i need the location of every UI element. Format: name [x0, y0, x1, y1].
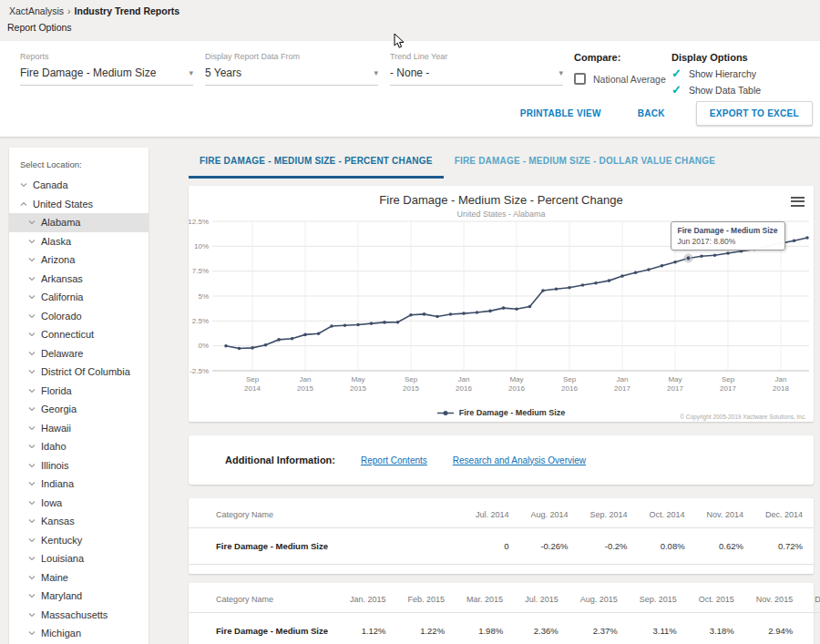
data-table-1: Category NameJul. 2014Aug. 2014Sep. 2014… — [189, 498, 814, 565]
location-louisiana[interactable]: Louisiana — [9, 549, 149, 568]
svg-text:2015: 2015 — [403, 384, 419, 393]
location-colorado[interactable]: Colorado — [9, 307, 149, 326]
show-hierarchy-option[interactable]: ✓ Show Hierarchy — [671, 68, 761, 79]
location-alabama[interactable]: Alabama — [9, 213, 149, 232]
tables-container: Category NameJul. 2014Aug. 2014Sep. 2014… — [189, 498, 814, 644]
location-label: United States — [33, 199, 93, 210]
svg-text:Sep: Sep — [405, 375, 418, 383]
value-cell: 2.36% — [514, 613, 569, 644]
trend-line-year-dropdown[interactable]: - None - ▾ — [390, 66, 563, 86]
data-from-dropdown-value: 5 Years — [205, 66, 241, 79]
export-to-excel-button[interactable]: EXPORT TO EXCEL — [696, 101, 813, 126]
svg-text:2014: 2014 — [244, 384, 261, 393]
location-idaho[interactable]: Idaho — [9, 437, 149, 456]
location-kentucky[interactable]: Kentucky — [9, 531, 149, 550]
chart-tooltip-value: Jun 2017: 8.80% — [678, 237, 778, 246]
info-link-research-and-analysis-overview[interactable]: Research and Analysis Overview — [453, 455, 586, 465]
location-delaware[interactable]: Delaware — [9, 344, 149, 363]
column-header: Sep. 2015 — [629, 583, 688, 613]
location-label: Connecticut — [41, 329, 94, 340]
chevron-down-icon[interactable] — [28, 555, 36, 562]
chevron-down-icon[interactable] — [28, 293, 36, 301]
national-average-option[interactable]: National Average — [574, 73, 666, 85]
svg-text:2018: 2018 — [773, 384, 789, 393]
column-header: Nov. 2015 — [745, 583, 804, 613]
column-header: Jul. 2014 — [464, 498, 519, 528]
chevron-down-icon[interactable] — [28, 219, 36, 226]
location-canada[interactable]: Canada — [9, 176, 149, 195]
chevron-down-icon[interactable] — [28, 517, 36, 525]
location-sidebar: Select Location: CanadaUnited StatesAlab… — [9, 148, 149, 644]
location-district-of-columbia[interactable]: District Of Columbia — [9, 363, 149, 382]
national-average-checkbox[interactable] — [574, 73, 586, 85]
location-arkansas[interactable]: Arkansas — [9, 270, 149, 289]
location-california[interactable]: California — [9, 288, 149, 307]
location-maryland[interactable]: Maryland — [9, 587, 149, 606]
location-label: Massachusetts — [41, 609, 108, 620]
chevron-down-icon[interactable] — [28, 238, 36, 245]
value-cell: 1.22% — [397, 613, 456, 644]
svg-text:Sep: Sep — [246, 375, 260, 383]
chevron-down-icon[interactable] — [20, 181, 27, 189]
chevron-down-icon[interactable] — [28, 480, 36, 487]
value-cell: 0.62% — [696, 528, 754, 565]
chevron-down-icon[interactable] — [28, 443, 36, 450]
chevron-down-icon[interactable] — [28, 574, 36, 581]
data-from-dropdown[interactable]: 5 Years ▾ — [205, 66, 378, 86]
reports-dropdown[interactable]: Fire Damage - Medium Size ▾ — [20, 66, 193, 86]
location-arizona[interactable]: Arizona — [9, 250, 149, 270]
chevron-down-icon[interactable] — [28, 387, 36, 394]
data-from-select-label: Display Report Data From — [205, 52, 378, 61]
chevron-down-icon[interactable] — [28, 611, 36, 618]
location-label: Kentucky — [41, 535, 82, 546]
printable-view-button[interactable]: PRINTABLE VIEW — [515, 107, 607, 119]
location-indiana[interactable]: Indiana — [9, 475, 149, 494]
chevron-down-icon[interactable] — [28, 629, 36, 637]
info-link-report-contents[interactable]: Report Contents — [361, 455, 427, 465]
chevron-down-icon[interactable] — [28, 424, 36, 432]
location-alaska[interactable]: Alaska — [9, 232, 149, 251]
chevron-down-icon[interactable] — [28, 592, 36, 599]
location-kansas[interactable]: Kansas — [9, 512, 149, 531]
location-iowa[interactable]: Iowa — [9, 494, 149, 513]
chevron-down-icon[interactable] — [28, 331, 36, 338]
value-cell: 0.72% — [754, 528, 814, 565]
chevron-down-icon[interactable] — [28, 537, 36, 544]
data-table-panel-1: Category NameJul. 2014Aug. 2014Sep. 2014… — [189, 498, 814, 574]
report-tab-1[interactable]: FIRE DAMAGE - MEDIUM SIZE - PERCENT CHAN… — [189, 148, 444, 179]
chevron-down-icon[interactable] — [28, 499, 36, 506]
breadcrumb: XactAnalysis›Industry Trend Reports — [9, 5, 179, 16]
chevron-down-icon[interactable] — [28, 368, 36, 375]
location-united-states[interactable]: United States — [9, 195, 149, 214]
show-data-table-option[interactable]: ✓ Show Data Table — [671, 85, 761, 96]
svg-text:Jan: Jan — [617, 375, 629, 383]
svg-text:2016: 2016 — [508, 384, 525, 393]
data-from-select-group: Display Report Data From 5 Years ▾ — [205, 52, 378, 86]
location-label: Canada — [33, 179, 68, 190]
breadcrumb-root[interactable]: XactAnalysis — [9, 5, 64, 16]
back-button[interactable]: BACK — [632, 107, 671, 119]
chevron-down-icon[interactable] — [28, 312, 36, 320]
chevron-down-icon[interactable] — [28, 462, 36, 469]
chevron-down-icon[interactable] — [28, 275, 36, 282]
app-root: XactAnalysis›Industry Trend Reports Repo… — [0, 0, 820, 644]
location-michigan[interactable]: Michigan — [9, 624, 149, 643]
data-table-panel-2: Category NameJan. 2015Feb. 2015Mar. 2015… — [189, 583, 814, 644]
report-tab-2[interactable]: FIRE DAMAGE - MEDIUM SIZE - DOLLAR VALUE… — [444, 148, 726, 179]
location-illinois[interactable]: Illinois — [9, 456, 149, 475]
chevron-up-icon[interactable] — [20, 200, 27, 208]
column-header: Dec. 2014 — [754, 498, 814, 528]
chevron-down-icon[interactable] — [28, 350, 36, 357]
chevron-down-icon[interactable] — [28, 256, 36, 263]
location-georgia[interactable]: Georgia — [9, 400, 149, 419]
breadcrumb-current: Industry Trend Reports — [75, 5, 180, 16]
column-header: Nov. 2014 — [696, 498, 754, 528]
location-massachusetts[interactable]: Massachusetts — [9, 606, 149, 625]
svg-text:2017: 2017 — [720, 384, 736, 393]
chevron-down-icon[interactable] — [28, 405, 36, 413]
location-hawaii[interactable]: Hawaii — [9, 419, 149, 438]
location-maine[interactable]: Maine — [9, 568, 149, 588]
location-connecticut[interactable]: Connecticut — [9, 325, 149, 344]
location-label: Georgia — [41, 404, 77, 414]
location-florida[interactable]: Florida — [9, 382, 149, 401]
